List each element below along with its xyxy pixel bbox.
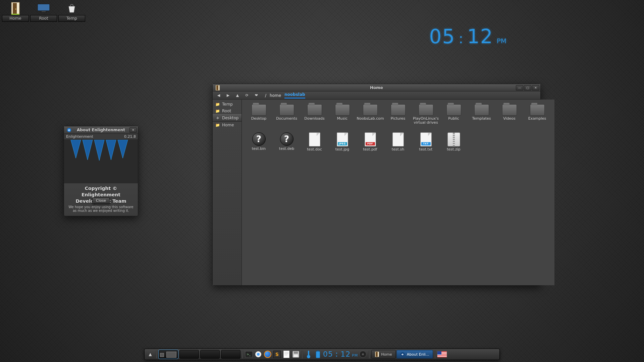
breadcrumb-item[interactable]: home (270, 93, 281, 98)
pager-desktop-3[interactable] (200, 350, 220, 359)
file-item[interactable]: Pictures (384, 104, 412, 132)
file-manager-window: Home — ▢ ✕ ◀ ▶ ▲ ⟳ ❤ /homenoobslab 📁Temp… (212, 84, 541, 286)
unknown-file-icon: ? (280, 132, 293, 146)
folder-icon: 📁 (215, 109, 220, 113)
svg-rect-6 (42, 11, 46, 12)
folder-icon (307, 104, 322, 116)
document-file-icon: PDF (365, 132, 376, 146)
pager-desktop-4[interactable] (221, 350, 240, 359)
file-item[interactable]: Videos (496, 104, 523, 132)
shelf-clock[interactable]: 05: 12 PM (323, 350, 358, 359)
folder-icon (252, 104, 266, 116)
sidebar-item-desktop[interactable]: ✈Desktop (213, 114, 241, 122)
file-name: Public (448, 117, 459, 121)
pager-desktop-2[interactable] (179, 350, 199, 359)
sublime-launcher-icon[interactable]: S (273, 350, 281, 359)
file-item[interactable]: NoobsLab.com (357, 104, 384, 132)
svg-point-15 (257, 353, 260, 356)
terminal-launcher-icon[interactable]: >_ (245, 350, 253, 359)
file-name: test.jpg (335, 147, 350, 152)
file-name: test.deb (279, 147, 294, 151)
desktop-icon-root[interactable]: Root (30, 2, 57, 22)
nav-reload-button[interactable]: ⟳ (243, 93, 251, 99)
file-item[interactable]: TXTtest.txt (412, 132, 440, 160)
texteditor-launcher-icon[interactable] (282, 350, 291, 359)
nav-back-button[interactable]: ◀ (215, 93, 223, 99)
close-icon[interactable]: ✕ (532, 85, 539, 90)
shelf-separator (302, 350, 303, 358)
fm-titlebar[interactable]: Home — ▢ ✕ (213, 84, 540, 92)
unknown-file-icon: ? (252, 132, 266, 146)
about-titlebar[interactable]: e About Enlightenment ✕ (64, 126, 138, 134)
file-item[interactable]: Documents (273, 104, 301, 132)
taskbar-item-home[interactable]: Home (371, 350, 395, 359)
about-title: About Enlightenment (64, 128, 138, 132)
svg-rect-25 (316, 351, 320, 358)
nav-favorite-button[interactable]: ❤ (252, 93, 260, 99)
audio-indicator-icon[interactable] (359, 350, 367, 359)
shelf-separator (369, 350, 370, 358)
file-item[interactable]: Desktop (245, 104, 273, 132)
task-label: About Enli… (407, 352, 429, 357)
file-item[interactable]: Music (329, 104, 356, 132)
desktop-icon-home[interactable]: Home (2, 2, 29, 22)
file-item[interactable]: JPEGtest.jpg (329, 132, 356, 160)
sidebar-item-temp[interactable]: 📁Temp (213, 101, 241, 108)
zip-file-icon (447, 132, 460, 146)
svg-rect-11 (216, 85, 218, 90)
clock-ampm: PM (497, 37, 506, 45)
temperature-indicator-icon[interactable] (304, 350, 313, 359)
minimize-icon[interactable]: — (516, 85, 523, 90)
close-button[interactable]: Close (92, 197, 110, 204)
file-item[interactable]: PDFtest.pdf (357, 132, 384, 160)
file-item[interactable]: ?test.deb (273, 132, 301, 160)
taskbar-item-about[interactable]: e About Enli… (396, 350, 433, 359)
file-item[interactable]: Downloads (301, 104, 328, 132)
pager-desktop-1[interactable] (159, 350, 178, 359)
start-button[interactable]: ▲ (146, 350, 155, 359)
battery-indicator-icon[interactable] (314, 350, 322, 359)
breadcrumb-item[interactable]: / (265, 93, 266, 98)
sidebar-item-home[interactable]: 📁Home (213, 122, 241, 128)
file-item[interactable]: Examples (524, 104, 551, 132)
file-item[interactable]: test.sh (384, 132, 412, 160)
folder-icon: ✈ (215, 116, 220, 120)
svg-point-28 (362, 353, 364, 355)
folder-icon (446, 104, 461, 116)
shelf-clock-mm: 12 (340, 350, 351, 358)
file-item[interactable]: test.doc (301, 132, 328, 160)
breadcrumb: /homenoobslab (265, 92, 305, 99)
file-item[interactable]: test.zip (440, 132, 468, 160)
desktop-icon-label: Home (2, 15, 29, 22)
file-name: Downloads (304, 117, 324, 121)
file-item[interactable]: Public (440, 104, 468, 132)
desktop-clock-widget: 05 : 12 PM (429, 25, 506, 48)
file-name: Examples (528, 117, 546, 121)
floppy-launcher-icon[interactable] (291, 350, 300, 359)
maximize-icon[interactable]: ▢ (524, 85, 531, 90)
keyboard-layout-flag-icon[interactable] (437, 350, 447, 359)
file-name: test.pdf (363, 147, 377, 152)
copyright-line: Copyright © (85, 186, 117, 191)
hexchat-launcher-icon[interactable] (254, 350, 263, 359)
file-name: test.zip (447, 147, 460, 152)
sidebar-item-root[interactable]: 📁Root (213, 108, 241, 114)
nav-up-button[interactable]: ▲ (233, 93, 241, 99)
copyright-line: Enlightenment (82, 192, 120, 197)
monitor-icon (36, 2, 52, 15)
file-item[interactable]: Templates (468, 104, 495, 132)
svg-rect-4 (38, 4, 50, 11)
document-file-icon: TXT (420, 132, 432, 146)
document-file-icon (392, 132, 404, 146)
about-message: We hope you enjoy using this software as… (64, 205, 138, 216)
svg-rect-26 (317, 350, 319, 351)
breadcrumb-item[interactable]: noobslab (284, 92, 305, 99)
close-icon[interactable]: ✕ (129, 127, 137, 133)
firefox-launcher-icon[interactable] (263, 350, 272, 359)
desktop-icon-label: Root (30, 15, 57, 22)
nav-forward-button[interactable]: ▶ (224, 93, 232, 99)
folder-icon: 📁 (215, 123, 220, 127)
file-item[interactable]: ?test.bin (245, 132, 273, 160)
desktop-icon-temp[interactable]: Temp (58, 2, 85, 22)
file-item[interactable]: PlayOnLinux's virtual drives (412, 104, 440, 132)
